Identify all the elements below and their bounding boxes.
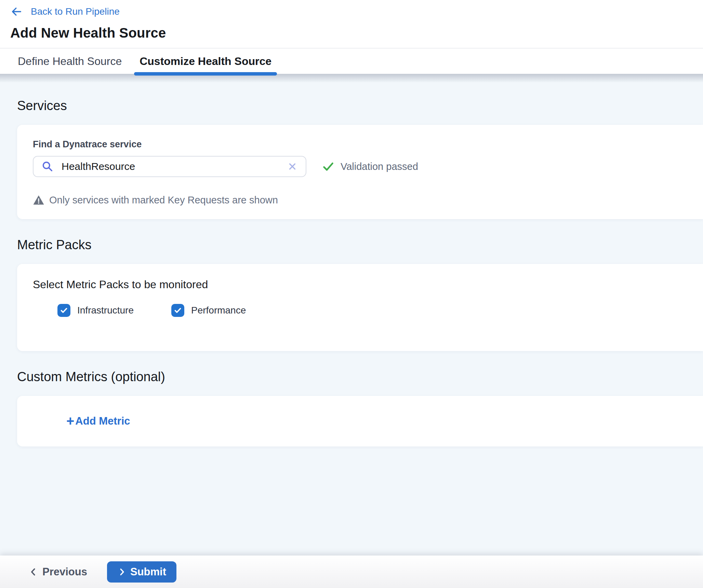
tab-bar: Define Health Source Customize Health So… (0, 48, 703, 74)
metric-packs-card: Select Metric Packs to be monitored Infr… (17, 264, 703, 351)
services-warning: Only services with marked Key Requests a… (33, 194, 687, 206)
validation-status: Validation passed (321, 160, 418, 173)
tab-define-health-source[interactable]: Define Health Source (12, 49, 127, 74)
warning-icon (33, 194, 44, 206)
tab-label: Define Health Source (18, 55, 122, 68)
custom-metrics-card: + Add Metric (17, 396, 703, 446)
submit-label: Submit (130, 566, 166, 578)
metric-packs-options: Infrastructure Performance (57, 304, 687, 317)
metric-packs-subheading: Select Metric Packs to be monitored (33, 278, 687, 291)
footer-bar: Previous Submit (0, 556, 703, 588)
clear-icon[interactable] (287, 161, 297, 172)
metric-packs-heading: Metric Packs (17, 238, 703, 252)
customize-health-source-panel: Services Find a Dynatrace service (0, 74, 703, 556)
back-link-label: Back to Run Pipeline (31, 6, 120, 17)
checkbox-label: Infrastructure (77, 305, 134, 316)
search-icon (42, 161, 53, 172)
arrow-left-icon (10, 5, 23, 18)
chevron-left-icon (29, 567, 38, 577)
check-icon (321, 160, 335, 173)
services-heading: Services (17, 74, 703, 113)
page-title: Add New Health Source (10, 25, 703, 41)
service-search-box (33, 156, 306, 177)
back-link[interactable]: Back to Run Pipeline (10, 5, 120, 18)
service-search-label: Find a Dynatrace service (33, 139, 687, 150)
checkbox-checked-icon (57, 304, 70, 317)
checkbox-checked-icon (171, 304, 184, 317)
add-health-source-page: Back to Run Pipeline Add New Health Sour… (0, 0, 703, 588)
tab-label: Customize Health Source (140, 55, 271, 68)
add-metric-button[interactable]: + Add Metric (66, 415, 130, 427)
tab-customize-health-source[interactable]: Customize Health Source (134, 49, 277, 74)
submit-button[interactable]: Submit (107, 561, 176, 583)
add-metric-label: Add Metric (75, 415, 130, 427)
checkbox-infrastructure[interactable]: Infrastructure (57, 304, 134, 317)
service-search-input[interactable] (61, 160, 280, 173)
previous-label: Previous (42, 566, 87, 578)
warning-text: Only services with marked Key Requests a… (49, 195, 278, 206)
checkbox-performance[interactable]: Performance (171, 304, 246, 317)
active-tab-underline (134, 72, 277, 76)
custom-metrics-heading: Custom Metrics (optional) (17, 370, 703, 384)
service-search-row: Validation passed (33, 156, 687, 177)
page-header: Back to Run Pipeline Add New Health Sour… (0, 0, 703, 48)
services-card: Find a Dynatrace service Validation pass (17, 125, 703, 219)
chevron-right-icon (117, 567, 126, 576)
previous-button[interactable]: Previous (29, 566, 87, 578)
checkbox-label: Performance (191, 305, 246, 316)
validation-text: Validation passed (341, 161, 418, 172)
